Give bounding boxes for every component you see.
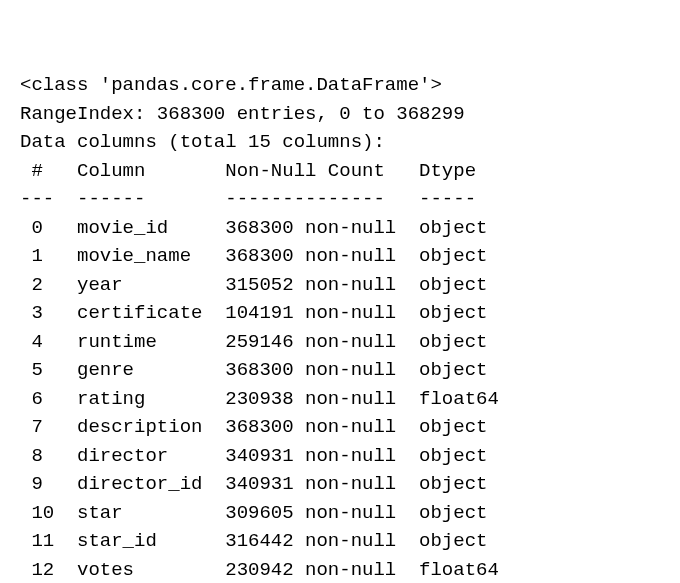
pandas-info-output: <class 'pandas.core.frame.DataFrame'> Ra… bbox=[20, 71, 660, 583]
